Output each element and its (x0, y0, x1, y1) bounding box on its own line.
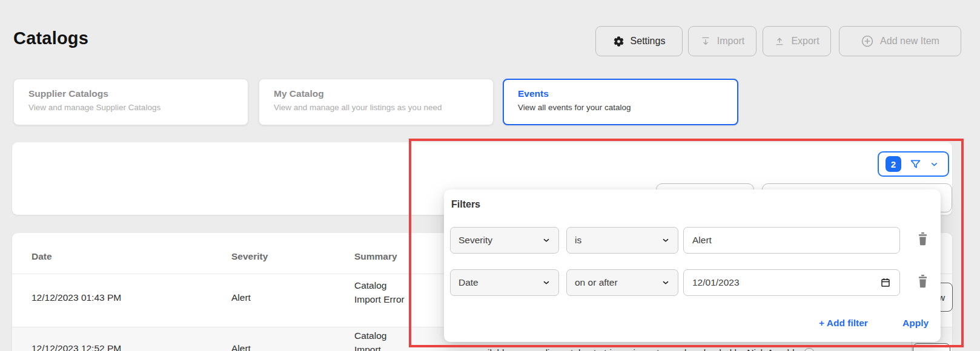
import-icon (700, 36, 711, 47)
table-row-1-summary: Catalog Import Error (354, 278, 408, 306)
export-button-label: Export (791, 36, 819, 47)
filter-row-2-delete-button[interactable] (916, 273, 929, 291)
column-header-severity: Severity (231, 251, 268, 262)
operator-select-value: is (575, 235, 581, 246)
import-button[interactable]: Import (688, 26, 757, 56)
trash-icon (916, 274, 929, 290)
tab-title: Events (518, 88, 723, 99)
filter-row-1-field-select[interactable]: Severity (450, 227, 559, 254)
add-new-item-button[interactable]: Add new Item (839, 26, 961, 56)
column-header-summary: Summary (354, 251, 397, 262)
table-row-2-severity: Alert (231, 343, 251, 351)
chevron-down-icon (542, 236, 551, 244)
table-row-2-summary: Catalog Import (354, 329, 408, 351)
table-row-2-message: available on supplier catalog to trigger… (472, 347, 800, 351)
calendar-icon[interactable] (880, 277, 891, 288)
catalogs-page: Catalogs Settings Import Export Add new … (0, 0, 980, 351)
value-input-text: Alert (692, 235, 712, 246)
export-icon (774, 36, 785, 47)
table-row-1-date: 12/12/2023 01:43 PM (31, 292, 121, 303)
tab-events[interactable]: Events View all events for your catalog (503, 79, 738, 125)
date-input-text: 12/01/2023 (692, 277, 740, 288)
import-button-label: Import (717, 36, 744, 47)
add-new-item-label: Add new Item (880, 36, 939, 47)
tab-title: My Catalog (274, 88, 478, 99)
trash-icon (916, 231, 929, 248)
table-row-1-severity: Alert (231, 292, 251, 303)
field-select-value: Date (459, 277, 478, 288)
settings-button[interactable]: Settings (595, 26, 683, 56)
tab-subtitle: View all events for your catalog (518, 103, 723, 112)
filters-popover: Filters Severity is Alert Date (444, 189, 941, 342)
apply-filters-button[interactable]: Apply (902, 318, 929, 329)
tab-subtitle: View and manage Supplier Catalogs (28, 103, 233, 112)
chevron-down-icon (661, 236, 670, 244)
tab-subtitle: View and manage all your listings as you… (274, 103, 478, 112)
filters-title: Filters (451, 199, 480, 210)
filter-funnel-icon (909, 158, 922, 171)
filter-row-2-field-select[interactable]: Date (450, 269, 559, 296)
gear-icon (613, 36, 624, 47)
table-row-2-view-button[interactable]: View (913, 343, 950, 351)
field-select-value: Severity (459, 235, 492, 246)
filter-row-2-date-input[interactable]: 12/01/2023 (683, 269, 900, 296)
filter-row-1-operator-select[interactable]: is (566, 227, 678, 254)
filter-row-1-delete-button[interactable] (916, 231, 929, 249)
tab-title: Supplier Catalogs (28, 88, 233, 99)
column-header-date: Date (31, 251, 52, 262)
filters-toggle-button[interactable]: 2 (878, 151, 949, 177)
operator-select-value: on or after (575, 277, 618, 288)
page-title: Catalogs (13, 28, 88, 48)
add-filter-link[interactable]: + Add filter (819, 318, 868, 329)
active-filter-count-badge: 2 (886, 156, 901, 172)
chevron-down-icon (661, 278, 670, 287)
chevron-down-icon (542, 278, 551, 287)
table-row-2-date: 12/12/2023 12:52 PM (31, 343, 121, 351)
add-circle-icon (861, 34, 874, 48)
settings-button-label: Settings (631, 36, 666, 47)
chevron-down-icon (930, 160, 939, 169)
filter-row-1-value-input[interactable]: Alert (683, 227, 900, 254)
tab-supplier-catalogs[interactable]: Supplier Catalogs View and manage Suppli… (13, 79, 248, 125)
filter-row-2-operator-select[interactable]: on or after (566, 269, 678, 296)
tab-my-catalog[interactable]: My Catalog View and manage all your list… (259, 79, 494, 125)
export-button[interactable]: Export (763, 26, 831, 56)
